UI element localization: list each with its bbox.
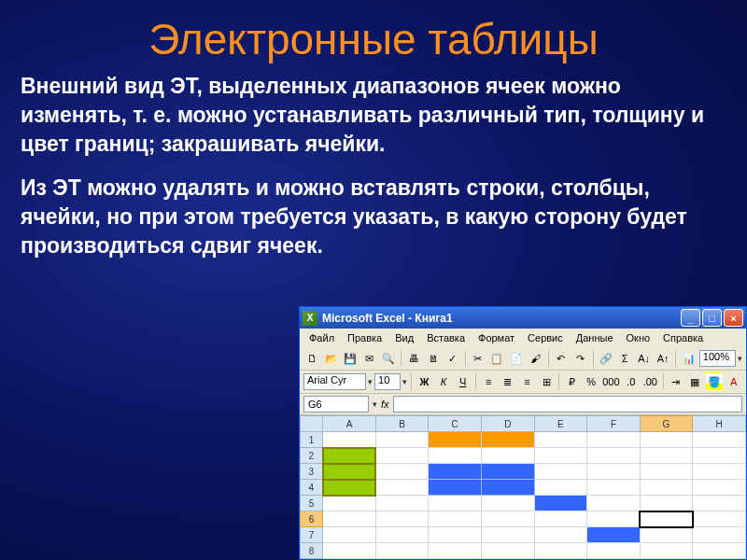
dec-decimal-icon[interactable]: .00 [641, 372, 659, 391]
fx-icon[interactable]: fx [381, 399, 389, 410]
cell[interactable] [323, 480, 376, 496]
font-dropdown-icon[interactable]: ▾ [368, 377, 373, 386]
close-button[interactable]: × [724, 309, 743, 327]
row-header-5[interactable]: 5 [301, 496, 323, 511]
cell[interactable] [375, 448, 429, 464]
cell[interactable] [375, 543, 429, 559]
sort-asc-icon[interactable]: A↓ [635, 349, 652, 368]
cell[interactable] [429, 511, 482, 527]
chart-icon[interactable]: 📊 [680, 349, 697, 368]
cell-selected[interactable] [640, 511, 693, 527]
col-header-D[interactable]: D [481, 416, 534, 432]
menu-file[interactable]: Файл [303, 330, 340, 345]
cell[interactable] [375, 511, 429, 527]
cell[interactable] [481, 496, 534, 511]
col-header-C[interactable]: C [429, 416, 482, 432]
borders-icon[interactable]: ▦ [686, 372, 704, 391]
cell[interactable] [534, 464, 587, 480]
cell[interactable] [640, 496, 693, 511]
cell[interactable] [640, 527, 693, 543]
percent-icon[interactable]: % [583, 372, 600, 391]
cell[interactable] [323, 543, 376, 559]
cell[interactable] [534, 496, 587, 511]
cell[interactable] [587, 432, 641, 448]
menu-view[interactable]: Вид [389, 330, 419, 345]
cell[interactable] [429, 543, 482, 559]
cell[interactable] [375, 480, 429, 496]
menu-window[interactable]: Окно [621, 330, 656, 345]
cell[interactable] [481, 464, 534, 480]
cell[interactable] [640, 543, 693, 559]
col-header-H[interactable]: H [693, 416, 746, 432]
font-color-icon[interactable]: A [725, 372, 742, 391]
cell[interactable] [534, 527, 587, 543]
cell[interactable] [481, 480, 534, 496]
cell[interactable] [429, 480, 482, 496]
cell[interactable] [323, 496, 376, 511]
cell[interactable] [481, 432, 534, 448]
cell[interactable] [640, 480, 693, 496]
cell[interactable] [429, 527, 482, 543]
col-header-F[interactable]: F [587, 416, 641, 432]
menu-edit[interactable]: Правка [342, 330, 388, 345]
cell[interactable] [693, 496, 746, 511]
spell-icon[interactable]: ✓ [444, 349, 460, 368]
cell[interactable] [640, 432, 693, 448]
formula-input[interactable] [393, 396, 742, 413]
cell[interactable] [693, 448, 746, 464]
row-header-7[interactable]: 7 [301, 527, 323, 543]
fontsize-dropdown-icon[interactable]: ▾ [402, 377, 407, 386]
cell[interactable] [323, 527, 376, 543]
row-header-2[interactable]: 2 [301, 448, 323, 464]
new-icon[interactable]: 🗋 [303, 349, 320, 368]
select-all-corner[interactable] [301, 416, 323, 432]
cell[interactable] [534, 543, 587, 559]
cell[interactable] [693, 464, 746, 480]
print-icon[interactable]: 🖶 [405, 349, 422, 368]
redo-icon[interactable]: ↷ [571, 349, 588, 368]
cell[interactable] [429, 496, 482, 511]
cell[interactable] [587, 480, 641, 496]
cell[interactable] [693, 527, 746, 543]
cell[interactable] [375, 464, 429, 480]
indent-icon[interactable]: ⇥ [668, 372, 685, 391]
bold-icon[interactable]: Ж [416, 372, 433, 391]
cell[interactable] [534, 432, 587, 448]
align-center-icon[interactable]: ≣ [500, 372, 517, 391]
cell[interactable] [693, 543, 746, 559]
cell[interactable] [640, 464, 693, 480]
paste-icon[interactable]: 📄 [508, 349, 525, 368]
cell[interactable] [587, 496, 641, 511]
cell[interactable] [693, 480, 746, 496]
inc-decimal-icon[interactable]: .0 [622, 372, 640, 391]
row-header-1[interactable]: 1 [301, 432, 323, 448]
cut-icon[interactable]: ✂ [470, 349, 486, 368]
row-header-6[interactable]: 6 [301, 511, 323, 527]
cell[interactable] [429, 464, 482, 480]
cell[interactable] [481, 511, 534, 527]
preview-icon[interactable]: 🗎 [425, 349, 442, 368]
fill-color-icon[interactable]: 🪣 [706, 372, 724, 391]
cell[interactable] [587, 448, 641, 464]
row-header-8[interactable]: 8 [301, 543, 323, 559]
namebox-dropdown-icon[interactable]: ▾ [373, 399, 377, 409]
cell[interactable] [587, 464, 641, 480]
format-painter-icon[interactable]: 🖌 [527, 349, 543, 368]
minimize-button[interactable]: _ [681, 309, 700, 327]
cell[interactable] [587, 511, 641, 527]
col-header-B[interactable]: B [375, 416, 429, 432]
maximize-button[interactable]: □ [702, 309, 722, 327]
open-icon[interactable]: 📂 [322, 349, 339, 368]
copy-icon[interactable]: 📋 [488, 349, 505, 368]
italic-icon[interactable]: К [435, 372, 453, 391]
menu-tools[interactable]: Сервис [522, 330, 569, 345]
cell[interactable] [323, 511, 376, 527]
menu-help[interactable]: Справка [657, 330, 709, 345]
col-header-G[interactable]: G [640, 416, 693, 432]
cell[interactable] [323, 448, 376, 464]
cell[interactable] [429, 432, 482, 448]
col-header-E[interactable]: E [534, 416, 587, 432]
cell[interactable] [534, 448, 587, 464]
save-icon[interactable]: 💾 [342, 349, 359, 368]
cell[interactable] [323, 432, 376, 448]
